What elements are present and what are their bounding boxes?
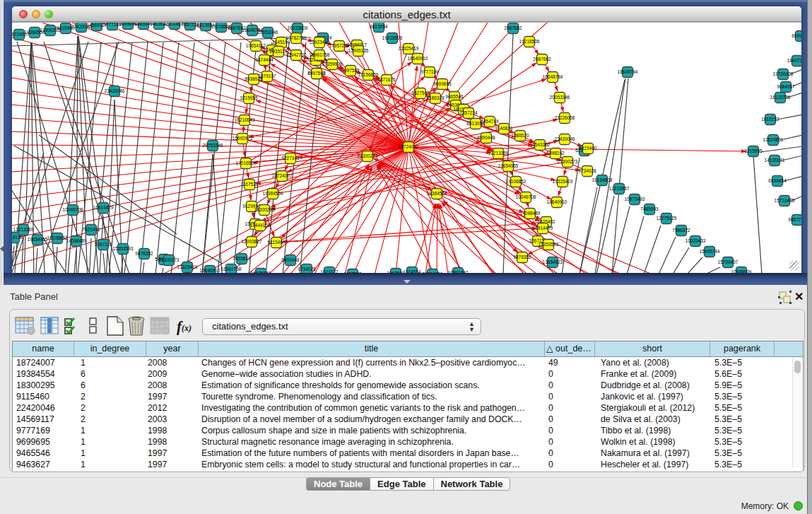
svg-text:20053346: 20053346 (258, 30, 278, 35)
svg-text:16120786: 16120786 (770, 95, 791, 100)
svg-text:10025433: 10025433 (686, 238, 706, 243)
svg-text:9115460: 9115460 (268, 240, 286, 245)
svg-text:15626151: 15626151 (251, 271, 271, 273)
svg-text:1615152: 1615152 (761, 117, 779, 122)
svg-text:16961758: 16961758 (310, 52, 330, 57)
svg-text:15495744: 15495744 (700, 249, 720, 254)
svg-text:1621072: 1621072 (320, 269, 339, 273)
svg-text:8990448: 8990448 (477, 135, 495, 140)
svg-text:8813054: 8813054 (370, 24, 388, 29)
svg-text:14098489: 14098489 (520, 211, 541, 216)
svg-text:7462661: 7462661 (387, 271, 405, 273)
svg-text:8990448: 8990448 (281, 257, 300, 262)
svg-text:12093827: 12093827 (242, 239, 262, 244)
svg-text:19384554: 19384554 (263, 191, 283, 196)
svg-text:9734028: 9734028 (578, 168, 596, 173)
svg-text:9878352: 9878352 (135, 251, 153, 256)
svg-text:16648784: 16648784 (618, 69, 638, 74)
svg-text:18640910: 18640910 (547, 199, 567, 204)
svg-text:13325419: 13325419 (553, 179, 573, 184)
svg-text:10807487: 10807487 (448, 270, 469, 273)
svg-text:12156859: 12156859 (358, 72, 379, 77)
svg-text:7485003: 7485003 (640, 206, 659, 211)
svg-text:6497568: 6497568 (307, 71, 326, 76)
svg-text:9657771: 9657771 (788, 217, 801, 222)
svg-text:6497568: 6497568 (343, 271, 362, 273)
svg-text:16154808: 16154808 (592, 177, 613, 182)
svg-text:7986372: 7986372 (672, 228, 690, 233)
svg-text:18724007: 18724007 (399, 144, 419, 149)
svg-text:10046708: 10046708 (516, 194, 536, 199)
svg-text:20053346: 20053346 (550, 95, 570, 100)
svg-text:15720407: 15720407 (718, 259, 739, 264)
svg-text:12942737: 12942737 (286, 52, 307, 57)
svg-text:15692971: 15692971 (233, 136, 253, 141)
svg-text:18640910: 18640910 (200, 268, 220, 273)
svg-text:18640910: 18640910 (408, 56, 428, 61)
svg-text:18407249: 18407249 (787, 58, 801, 63)
svg-text:14136141: 14136141 (765, 158, 785, 163)
svg-text:12905135: 12905135 (348, 48, 369, 53)
svg-text:19756928: 19756928 (773, 71, 794, 76)
svg-text:19654955: 19654955 (498, 163, 519, 168)
svg-text:21300273: 21300273 (558, 159, 578, 164)
svg-text:2935114: 2935114 (270, 49, 288, 54)
svg-text:6938454: 6938454 (768, 178, 787, 183)
svg-text:8186328: 8186328 (426, 95, 445, 100)
svg-text:13524851: 13524851 (763, 137, 784, 142)
svg-text:8938928: 8938928 (245, 76, 263, 81)
svg-text:1167531: 1167531 (241, 182, 259, 187)
svg-text:16914479: 16914479 (533, 226, 553, 230)
svg-text:12444159: 12444159 (250, 223, 271, 228)
svg-text:3215955: 3215955 (744, 148, 763, 153)
svg-text:12213369: 12213369 (488, 151, 509, 156)
svg-text:1145194: 1145194 (273, 40, 290, 45)
svg-text:20053346: 20053346 (203, 143, 223, 148)
svg-text:21300273: 21300273 (358, 153, 378, 158)
svg-text:9327505: 9327505 (411, 90, 430, 95)
svg-text:6699695: 6699695 (792, 33, 801, 38)
svg-text:13654923: 13654923 (543, 259, 563, 264)
svg-text:9777169: 9777169 (420, 69, 439, 74)
svg-text:16210643: 16210643 (235, 117, 255, 122)
svg-text:9734028: 9734028 (298, 267, 316, 271)
svg-text:7955812: 7955812 (233, 256, 251, 261)
svg-text:14098489: 14098489 (66, 238, 87, 243)
svg-text:16961758: 16961758 (221, 267, 242, 271)
svg-text:3215955: 3215955 (240, 95, 258, 100)
svg-text:1588520: 1588520 (511, 133, 529, 138)
svg-text:15716485: 15716485 (775, 198, 795, 203)
svg-text:5498242: 5498242 (546, 151, 565, 156)
svg-text:9115460: 9115460 (579, 146, 597, 151)
svg-text:16033809: 16033809 (288, 25, 308, 30)
svg-text:19654955: 19654955 (28, 237, 48, 242)
svg-text:19106852: 19106852 (47, 235, 68, 240)
svg-text:9878352: 9878352 (513, 255, 531, 259)
svg-text:16914479: 16914479 (93, 205, 114, 210)
svg-text:12213369: 12213369 (13, 227, 34, 232)
svg-text:10688609: 10688609 (731, 269, 752, 273)
svg-text:21300273: 21300273 (159, 257, 180, 262)
svg-text:9146821: 9146821 (495, 126, 513, 131)
svg-text:9474444: 9474444 (255, 57, 273, 62)
svg-text:13325419: 13325419 (399, 46, 419, 51)
svg-text:(x): (x) (182, 323, 192, 333)
svg-text:8454749: 8454749 (481, 119, 499, 124)
svg-text:12275125: 12275125 (657, 216, 677, 221)
svg-text:15353593: 15353593 (539, 242, 559, 247)
svg-text:1024554: 1024554 (403, 269, 421, 273)
svg-text:16648784: 16648784 (543, 74, 563, 79)
svg-text:19106852: 19106852 (506, 179, 526, 184)
svg-text:10973493: 10973493 (625, 197, 645, 201)
svg-text:9699695: 9699695 (433, 81, 452, 86)
svg-text:23420046: 23420046 (555, 136, 575, 141)
svg-text:9097588: 9097588 (341, 68, 360, 73)
svg-text:18724007: 18724007 (272, 173, 293, 178)
svg-text:21364456: 21364456 (423, 271, 443, 273)
svg-text:16543362: 16543362 (530, 142, 551, 147)
svg-text:13325419: 13325419 (177, 264, 198, 269)
svg-text:2687682: 2687682 (533, 57, 551, 62)
svg-text:7625402: 7625402 (82, 227, 100, 232)
svg-text:9465546: 9465546 (445, 94, 464, 99)
svg-text:12923446: 12923446 (310, 40, 330, 45)
